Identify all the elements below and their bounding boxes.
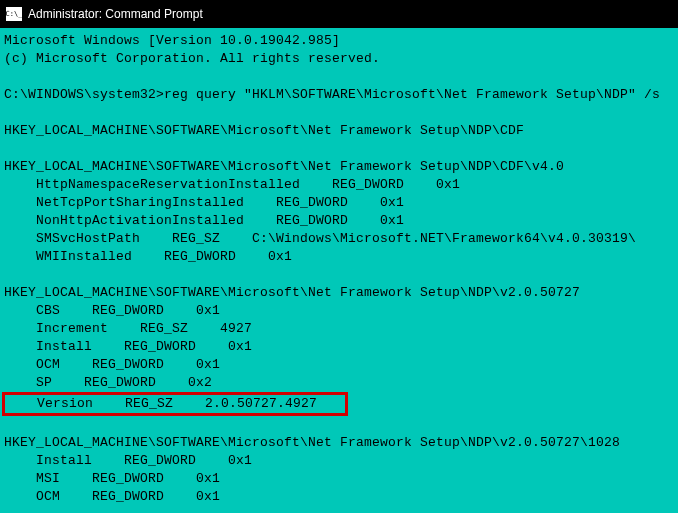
registry-value: HttpNamespaceReservationInstalled REG_DW…: [4, 177, 460, 192]
registry-value: MSI REG_DWORD 0x1: [4, 471, 220, 486]
window-title: Administrator: Command Prompt: [28, 7, 203, 21]
registry-value: NonHttpActivationInstalled REG_DWORD 0x1: [4, 213, 404, 228]
registry-value: OCM REG_DWORD 0x1: [4, 357, 220, 372]
registry-value: CBS REG_DWORD 0x1: [4, 303, 220, 318]
command-text: reg query "HKLM\SOFTWARE\Microsoft\Net F…: [164, 87, 660, 102]
registry-value: SP REG_DWORD 0x2: [4, 375, 212, 390]
registry-value: SMSvcHostPath REG_SZ C:\Windows\Microsof…: [4, 231, 636, 246]
window-titlebar[interactable]: Administrator: Command Prompt: [0, 0, 678, 28]
registry-key: HKEY_LOCAL_MACHINE\SOFTWARE\Microsoft\Ne…: [4, 435, 620, 450]
registry-value: NetTcpPortSharingInstalled REG_DWORD 0x1: [4, 195, 404, 210]
registry-value: OCM REG_DWORD 0x1: [4, 489, 220, 504]
registry-value: Version REG_SZ 2.0.50727.4927: [5, 396, 317, 411]
highlighted-version-row: Version REG_SZ 2.0.50727.4927: [2, 392, 348, 416]
registry-key: HKEY_LOCAL_MACHINE\SOFTWARE\Microsoft\Ne…: [4, 159, 564, 174]
registry-value: Install REG_DWORD 0x1: [4, 453, 252, 468]
registry-key: HKEY_LOCAL_MACHINE\SOFTWARE\Microsoft\Ne…: [4, 285, 580, 300]
registry-key: HKEY_LOCAL_MACHINE\SOFTWARE\Microsoft\Ne…: [4, 123, 524, 138]
registry-value: WMIInstalled REG_DWORD 0x1: [4, 249, 292, 264]
banner-line: (c) Microsoft Corporation. All rights re…: [4, 51, 380, 66]
registry-value: Increment REG_SZ 4927: [4, 321, 252, 336]
banner-line: Microsoft Windows [Version 10.0.19042.98…: [4, 33, 340, 48]
cmd-icon: [6, 7, 22, 21]
terminal-output[interactable]: Microsoft Windows [Version 10.0.19042.98…: [0, 28, 678, 513]
prompt: C:\WINDOWS\system32>: [4, 87, 164, 102]
registry-value: Install REG_DWORD 0x1: [4, 339, 252, 354]
